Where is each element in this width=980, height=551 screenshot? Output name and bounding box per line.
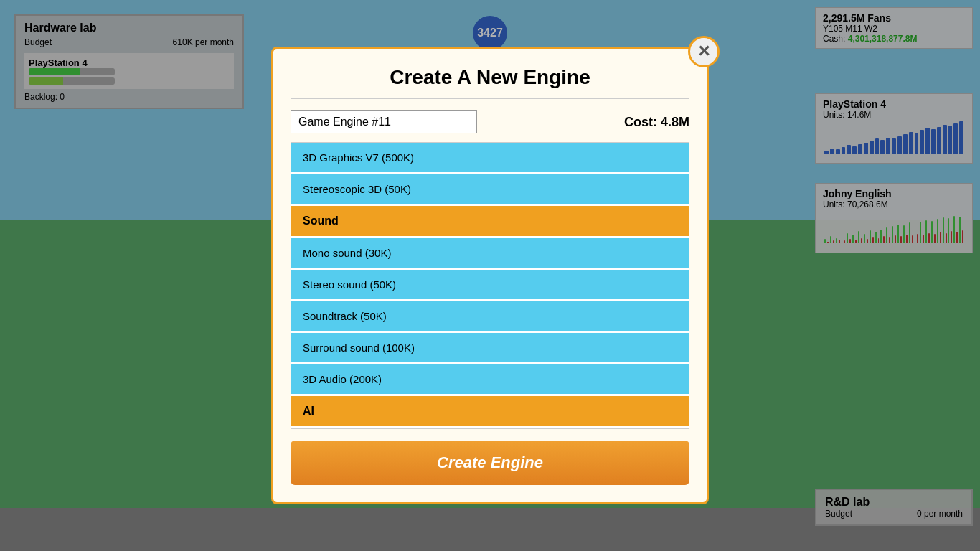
- feature-item[interactable]: Surround sound (100K): [291, 333, 689, 362]
- feature-list[interactable]: 3D Graphics V7 (500K)Stereoscopic 3D (50…: [291, 142, 689, 429]
- close-button[interactable]: ✕: [688, 36, 720, 67]
- create-engine-button[interactable]: Create Engine: [291, 441, 689, 485]
- modal-title: Create A New Engine: [291, 66, 689, 99]
- feature-category: AI: [291, 396, 689, 426]
- create-engine-modal: ✕ Create A New Engine Cost: 4.8M 3D Grap…: [271, 47, 709, 504]
- feature-item[interactable]: 3D Audio (200K): [291, 364, 689, 394]
- feature-item[interactable]: 3D Graphics V7 (500K): [291, 143, 689, 172]
- cost-label: Cost: 4.8M: [624, 115, 689, 130]
- feature-item[interactable]: Stereo sound (50K): [291, 270, 689, 299]
- feature-item[interactable]: Basic AI (50K): [291, 428, 689, 429]
- feature-category: Sound: [291, 206, 689, 236]
- feature-item[interactable]: Mono sound (30K): [291, 238, 689, 268]
- feature-item[interactable]: Soundtrack (50K): [291, 301, 689, 331]
- engine-name-input[interactable]: [291, 110, 477, 133]
- modal-header-row: Cost: 4.8M: [291, 110, 689, 133]
- feature-item[interactable]: Stereoscopic 3D (50K): [291, 174, 689, 204]
